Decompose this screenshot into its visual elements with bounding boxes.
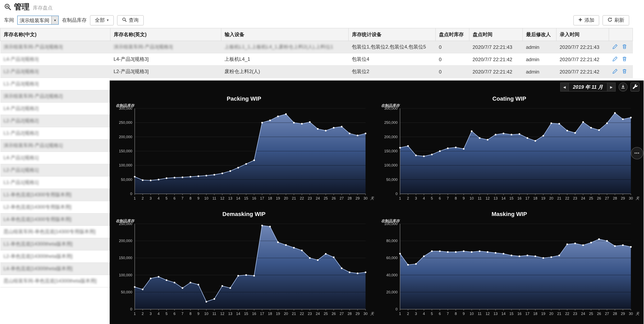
edit-icon[interactable]: [612, 56, 618, 62]
svg-text:11: 11: [212, 196, 216, 200]
svg-text:2: 2: [407, 312, 409, 316]
svg-text:2: 2: [407, 196, 409, 200]
chart-title: Packing WIP: [227, 93, 261, 104]
svg-text:26: 26: [332, 196, 336, 200]
svg-text:10: 10: [204, 196, 208, 200]
edit-icon[interactable]: [612, 44, 618, 50]
svg-text:27: 27: [340, 196, 344, 200]
svg-text:200,000: 200,000: [119, 135, 132, 139]
plus-icon: [578, 17, 582, 23]
svg-text:7: 7: [182, 196, 184, 200]
svg-text:14: 14: [502, 196, 506, 200]
svg-text:在制品库存: 在制品库存: [116, 219, 135, 223]
charts-grid: Packing WIP050,000100,000150,000200,0002…: [111, 93, 642, 323]
table-row[interactable]: L4-产品3[规格3]L4-产品3[规格3]上板机L4_1包装位402020/7…: [0, 53, 633, 66]
svg-text:18: 18: [268, 196, 272, 200]
more-button[interactable]: •••: [631, 147, 643, 159]
workshop-select[interactable]: 演示组装车间 ▼: [17, 16, 59, 25]
delete-icon[interactable]: [622, 44, 627, 50]
svg-text:13: 13: [494, 196, 498, 200]
svg-text:25: 25: [589, 196, 593, 200]
scope-dropdown[interactable]: 全部 ▾: [90, 15, 114, 25]
svg-text:22: 22: [565, 312, 569, 316]
svg-text:29: 29: [621, 312, 625, 316]
svg-text:15: 15: [244, 196, 248, 200]
prev-month-button[interactable]: ◀: [560, 83, 569, 91]
svg-text:23: 23: [308, 196, 312, 200]
caret-down-icon: ▾: [107, 18, 109, 22]
refresh-button[interactable]: 刷新: [602, 15, 629, 25]
svg-text:60,000: 60,000: [386, 256, 398, 260]
svg-text:150,000: 150,000: [384, 149, 398, 153]
next-month-button[interactable]: ▶: [607, 83, 615, 91]
edit-icon[interactable]: [612, 68, 618, 75]
svg-text:24: 24: [581, 196, 585, 200]
svg-text:29: 29: [356, 196, 360, 200]
table-cell: L1-单色流道[14300theta版本用]: [0, 238, 110, 250]
svg-text:20: 20: [549, 196, 553, 200]
svg-text:5: 5: [166, 312, 168, 316]
svg-text:100,000: 100,000: [119, 163, 132, 167]
svg-text:0: 0: [396, 192, 398, 196]
workshop-select-value: 演示组装车间: [18, 16, 51, 24]
svg-text:150,000: 150,000: [119, 256, 132, 260]
svg-text:10: 10: [204, 312, 208, 316]
add-button[interactable]: 添加: [573, 15, 599, 25]
svg-text:23: 23: [308, 312, 312, 316]
table-cell: 0: [436, 41, 469, 53]
table-cell: L2-单色流道[14300theta版本用]: [0, 250, 110, 262]
svg-text:11: 11: [478, 196, 482, 200]
svg-text:18: 18: [533, 196, 538, 200]
refresh-button-label: 刷新: [614, 17, 624, 24]
svg-text:100,000: 100,000: [384, 163, 398, 167]
svg-text:在制品库存: 在制品库存: [381, 104, 400, 108]
svg-text:天: 天: [636, 196, 640, 200]
refresh-icon: [608, 17, 612, 23]
svg-text:7: 7: [182, 312, 184, 316]
table-row[interactable]: 演示组装车间-产品3[规格3]演示组装车间-产品3[规格3]上板机L1_1,上板…: [0, 41, 633, 53]
svg-text:25: 25: [324, 196, 328, 200]
svg-text:25: 25: [324, 312, 328, 316]
svg-text:250,000: 250,000: [119, 120, 132, 125]
table-row[interactable]: L2-产品3[规格3]L2-产品3[规格3]废粉仓上料2(人)包装位202020…: [0, 66, 633, 78]
download-button[interactable]: [618, 82, 628, 92]
column-header: 库存名称(中文): [0, 28, 110, 41]
select-arrow-icon[interactable]: ▼: [51, 16, 58, 24]
date-label: 2019 年 11 月: [569, 84, 607, 90]
svg-text:24: 24: [316, 312, 320, 316]
svg-text:在制品库存: 在制品库存: [381, 219, 400, 223]
svg-text:20: 20: [284, 312, 288, 316]
svg-text:18: 18: [533, 312, 538, 316]
svg-text:9: 9: [197, 196, 200, 200]
svg-text:10: 10: [470, 196, 474, 200]
svg-text:13: 13: [228, 196, 232, 200]
svg-text:16: 16: [252, 312, 256, 316]
svg-text:21: 21: [292, 312, 296, 316]
table-cell: L4-产品2[规格2]: [0, 102, 110, 115]
svg-text:15: 15: [510, 312, 514, 316]
svg-text:17: 17: [260, 196, 264, 200]
column-header: 盘点时间: [469, 28, 523, 41]
delete-icon[interactable]: [622, 56, 627, 62]
svg-text:27: 27: [605, 312, 609, 316]
svg-text:11: 11: [478, 312, 482, 316]
delete-icon[interactable]: [622, 68, 627, 75]
svg-text:100,000: 100,000: [119, 273, 132, 277]
svg-text:30: 30: [629, 196, 633, 200]
settings-button[interactable]: [630, 82, 640, 92]
svg-text:28: 28: [348, 312, 352, 316]
svg-text:16: 16: [517, 312, 522, 316]
svg-text:6: 6: [174, 196, 176, 200]
query-button[interactable]: 查询: [117, 15, 144, 25]
chart-title: Demasking WIP: [222, 208, 266, 219]
table-cell: 2020/7/7 22:21:43: [556, 41, 609, 53]
svg-text:20: 20: [549, 312, 553, 316]
table-cell: L1-单色流道[14300专用版本用]: [0, 189, 110, 201]
svg-text:22: 22: [565, 196, 569, 200]
table-cell: admin: [523, 41, 556, 53]
svg-text:3: 3: [415, 196, 417, 200]
svg-text:8: 8: [455, 312, 457, 316]
svg-text:8: 8: [189, 312, 192, 316]
table-cell: 包装位1,包装位2,包装位4,包装位5: [348, 41, 436, 53]
svg-text:9: 9: [463, 312, 465, 316]
